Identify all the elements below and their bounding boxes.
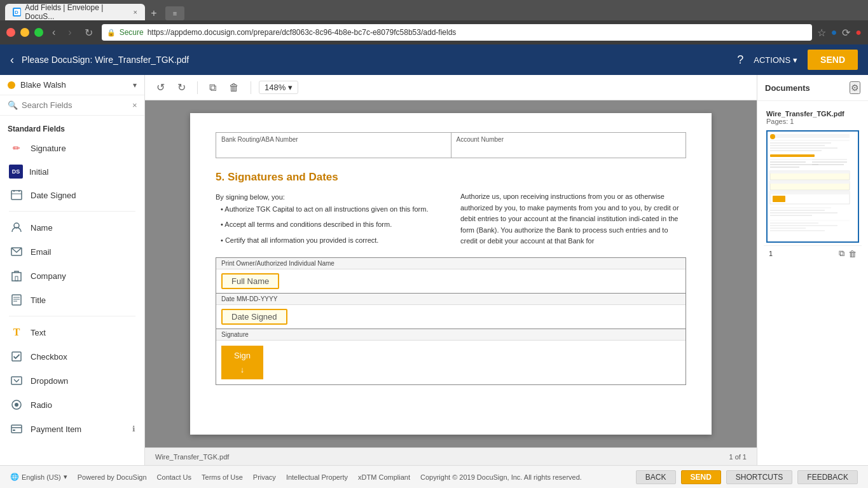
- ds-help-btn[interactable]: ?: [737, 53, 743, 67]
- search-input[interactable]: [22, 100, 128, 110]
- field-item-email[interactable]: Email: [0, 240, 144, 264]
- svg-rect-10: [12, 295, 21, 305]
- field-item-payment[interactable]: Payment Item ℹ: [0, 417, 144, 441]
- form-row-date: Date MM-DD-YYYY Date Signed: [216, 294, 685, 329]
- search-clear-btn[interactable]: ×: [132, 100, 137, 110]
- doc-left-col: By signing below, you: • Authorize TGK C…: [216, 191, 441, 247]
- browser-controls: ‹ › ↻ 🔒 Secure https://appdemo.docusign.…: [0, 20, 868, 44]
- globe-icon: 🌐: [10, 473, 19, 481]
- search-icon: 🔍: [8, 100, 18, 110]
- profile-btn[interactable]: ●: [831, 27, 837, 38]
- thumbnail-svg: [768, 132, 852, 240]
- initial-icon: DS: [9, 165, 23, 179]
- field-item-name[interactable]: Name: [0, 215, 144, 240]
- section-header: Standard Fields: [0, 121, 144, 136]
- recipient-color-dot: [8, 81, 15, 89]
- sidebar: Blake Walsh ▾ 🔍 × Standard Fields ✏ Sign…: [0, 75, 145, 465]
- recipient-selector[interactable]: Blake Walsh ▾: [0, 75, 144, 95]
- routing-label: Bank Routing/ABA Number: [221, 136, 446, 143]
- field-item-signature[interactable]: ✏ Signature: [0, 136, 144, 160]
- toolbar-divider-1: [197, 81, 198, 94]
- right-panel-title: Documents: [765, 83, 810, 93]
- new-tab-btn[interactable]: +: [145, 6, 163, 20]
- tab-close-btn[interactable]: ×: [134, 8, 137, 16]
- sign-btn[interactable]: Sign ↓: [221, 346, 263, 379]
- fullname-field[interactable]: Full Name: [221, 273, 279, 289]
- svg-text:D: D: [15, 10, 18, 15]
- search-box: 🔍 ×: [0, 95, 144, 116]
- ds-send-btn[interactable]: SEND: [808, 50, 858, 70]
- xdtm-link[interactable]: xDTM Compliant: [358, 473, 410, 481]
- contact-us-link[interactable]: Contact Us: [157, 473, 191, 481]
- field-item-dropdown[interactable]: Dropdown: [0, 369, 144, 393]
- nav-back-btn[interactable]: ‹: [48, 25, 59, 39]
- copy-btn[interactable]: ⧉: [205, 79, 220, 96]
- svg-rect-34: [770, 171, 850, 173]
- svg-rect-19: [770, 134, 850, 138]
- form-sig-field: Sign ↓: [216, 341, 685, 384]
- radio-icon: [9, 397, 24, 412]
- thumbnail-delete-btn[interactable]: 🗑: [848, 248, 857, 259]
- nav-refresh-btn[interactable]: ↻: [81, 25, 97, 40]
- redo-btn[interactable]: ↻: [174, 79, 189, 96]
- account-label: Account Number: [457, 136, 681, 143]
- back-btn[interactable]: BACK: [636, 470, 676, 484]
- right-panel-gear-btn[interactable]: ⚙: [850, 81, 860, 94]
- field-item-checkbox[interactable]: Checkbox: [0, 344, 144, 369]
- date-signed-field[interactable]: Date Signed: [221, 309, 287, 325]
- svg-rect-39: [773, 196, 785, 202]
- svg-rect-17: [13, 430, 15, 431]
- signature-icon: ✏: [9, 140, 24, 156]
- nav-forward-btn[interactable]: ›: [64, 25, 75, 39]
- name-icon: [9, 220, 24, 235]
- recipient-dropdown-arrow: ▾: [133, 81, 137, 90]
- field-item-company[interactable]: Company: [0, 264, 144, 288]
- form-row-name: Print Owner/Authorized Individual Name F…: [216, 258, 685, 294]
- sync-btn[interactable]: ⟳: [842, 27, 850, 39]
- language-selector[interactable]: 🌐 English (US) ▾: [10, 473, 67, 481]
- active-tab[interactable]: D Add Fields | Envelope | DocuS... ×: [5, 4, 145, 20]
- privacy-link[interactable]: Privacy: [253, 473, 276, 481]
- undo-btn[interactable]: ↺: [153, 79, 169, 96]
- field-item-initial[interactable]: DS Initial: [0, 160, 144, 183]
- intellectual-property-link[interactable]: Intellectual Property: [286, 473, 348, 481]
- divider-1: [9, 211, 135, 212]
- svg-rect-12: [11, 377, 22, 384]
- lock-icon: 🔒: [107, 29, 116, 37]
- window-maximize-btn[interactable]: [34, 28, 43, 37]
- field-item-date-signed[interactable]: Date Signed: [0, 183, 144, 207]
- payment-info-btn[interactable]: ℹ: [132, 424, 135, 433]
- shortcuts-btn[interactable]: SHORTCUTS: [726, 470, 792, 484]
- form-sig-label: Signature: [216, 329, 685, 341]
- right-panel: Documents ⚙ Wire_Transfer_TGK.pdf Pages:…: [757, 75, 868, 465]
- doc-name: Wire_Transfer_TGK.pdf: [764, 107, 862, 118]
- zoom-control[interactable]: 148% ▾: [259, 81, 298, 94]
- window-minimize-btn[interactable]: [20, 28, 29, 37]
- divider-2: [9, 316, 135, 316]
- thumbnail-duplicate-btn[interactable]: ⧉: [839, 248, 844, 259]
- dropdown-label: Dropdown: [31, 376, 68, 386]
- field-item-text[interactable]: T Text: [0, 320, 144, 344]
- field-item-radio[interactable]: Radio: [0, 393, 144, 417]
- ds-actions-btn[interactable]: ACTIONS ▾: [754, 55, 797, 65]
- form-section: Print Owner/Authorized Individual Name F…: [216, 257, 686, 385]
- feedback-btn[interactable]: FEEDBACK: [797, 470, 858, 484]
- menu-btn[interactable]: ●: [855, 27, 862, 38]
- window-close-btn[interactable]: [6, 28, 15, 37]
- address-bar[interactable]: 🔒 Secure https://appdemo.docusign.com/pr…: [102, 24, 812, 41]
- svg-rect-15: [11, 425, 22, 433]
- send-footer-btn[interactable]: SEND: [681, 470, 721, 484]
- bookmark-btn[interactable]: ☆: [817, 27, 826, 39]
- ds-header: ‹ Please DocuSign: Wire_Transfer_TGK.pdf…: [0, 44, 868, 75]
- terms-link[interactable]: Terms of Use: [202, 473, 243, 481]
- thumbnail-page-num: 1: [769, 250, 773, 257]
- document-area: Bank Routing/ABA Number Account Number 5…: [145, 100, 757, 447]
- tab-strip-control[interactable]: ≡: [165, 6, 184, 20]
- powered-by: Powered by DocuSign: [78, 473, 147, 481]
- ds-back-btn[interactable]: ‹: [10, 53, 14, 67]
- delete-btn[interactable]: 🗑: [225, 79, 243, 96]
- account-value: [457, 143, 681, 154]
- thumbnail-footer: 1 ⧉ 🗑: [764, 245, 862, 261]
- field-item-title[interactable]: Title: [0, 288, 144, 312]
- doc-right-col: Authorize us, upon receiving instruction…: [460, 191, 686, 247]
